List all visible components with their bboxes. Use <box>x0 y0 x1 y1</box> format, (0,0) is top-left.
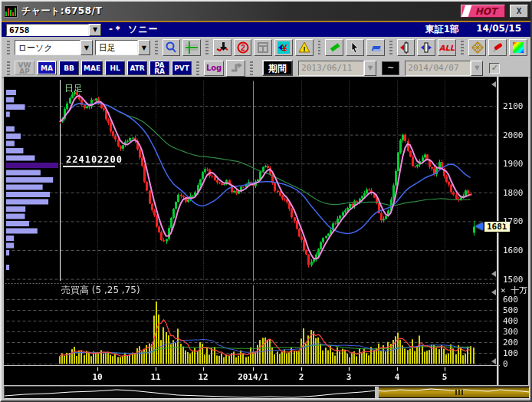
last-price-arrow-icon <box>475 222 483 230</box>
toolbar-grip[interactable] <box>461 41 464 54</box>
toolbar-grip[interactable] <box>155 41 158 54</box>
erase-button[interactable] <box>366 39 385 56</box>
period-value: 日足 <box>95 40 138 55</box>
select-cursor-button[interactable] <box>346 39 364 56</box>
price-update-button[interactable] <box>213 39 232 56</box>
price-tick-label: 1600 <box>503 245 524 255</box>
widen-bars-button[interactable] <box>417 39 435 56</box>
date-to-value[interactable]: 2014/04/07 <box>405 61 471 76</box>
toolbar-grip[interactable] <box>250 61 253 75</box>
eraser-icon <box>369 41 382 54</box>
period-combo[interactable]: 日足 ▼ <box>95 40 150 55</box>
chart-canvas[interactable] <box>4 77 528 385</box>
volume-tick-label: 100 <box>503 348 518 358</box>
alert-button[interactable]: ! <box>295 39 314 56</box>
hot-button[interactable]: HOT <box>461 5 505 18</box>
chart-type-value: ローソク <box>15 40 80 55</box>
range-navigator[interactable] <box>4 386 530 399</box>
quote-date: 14/05/15 <box>476 23 521 36</box>
pane-scale-arrow-icon[interactable] <box>491 289 496 295</box>
indicator-label: PVT <box>174 65 189 71</box>
toolbar-grip[interactable] <box>196 61 199 75</box>
app-chart-icon <box>4 5 18 18</box>
symbol-combo: 6758 ▼ <box>6 24 101 36</box>
volume-tick-label: 200 <box>503 338 518 348</box>
indicator-vwap-button[interactable]: VWAP <box>15 61 34 75</box>
indicator-label: HL <box>110 65 120 71</box>
rainbow-icon <box>512 41 524 54</box>
indicator-mae-button[interactable]: MAE <box>81 61 103 75</box>
show-all-button[interactable]: ALL <box>438 39 456 56</box>
hot-button-label: HOT <box>475 6 497 17</box>
x-axis-month-label: 2014/1 <box>238 372 268 382</box>
toolbar-grip[interactable] <box>318 41 321 54</box>
symbol-input[interactable]: 6758 <box>6 24 89 36</box>
volume-pane-label: 売買高 (5 ,25 ,75) <box>61 284 140 297</box>
net-chart-button[interactable] <box>468 39 487 56</box>
period-dropdown[interactable]: ▼ <box>138 40 150 55</box>
price-tick-label: 2100 <box>503 101 524 111</box>
chart-type-combo[interactable]: ローソク ▼ <box>15 40 93 55</box>
price-tick-label: 1700 <box>503 216 524 226</box>
net-icon <box>471 41 484 54</box>
svg-text:¥: ¥ <box>282 43 287 54</box>
marker-pen-button[interactable] <box>488 39 507 56</box>
date-from-value[interactable]: 2013/06/11 <box>298 61 364 76</box>
zoom-button[interactable] <box>163 39 181 56</box>
date-from-dropdown[interactable]: ▼ <box>364 61 376 76</box>
pane-scale-arrow-icon[interactable] <box>491 271 496 277</box>
pane-period-label: 日足 <box>64 82 83 95</box>
indicator-bb-button[interactable]: BB <box>59 61 79 75</box>
navigator-canvas[interactable] <box>5 387 529 398</box>
market-info: 東証1部 14/05/15 <box>425 23 526 36</box>
color-palette-button[interactable] <box>509 39 527 56</box>
indicator-ma-button[interactable]: MA <box>37 61 57 75</box>
toolbar-grip[interactable] <box>205 41 209 54</box>
date-range-button[interactable]: 期間 <box>262 60 293 76</box>
pane-scale-arrow-icon[interactable] <box>491 358 496 364</box>
pane-scale-arrow-icon[interactable] <box>491 81 496 87</box>
second-axis-button[interactable]: 2 <box>234 39 252 56</box>
indicator-label: MAE <box>84 65 100 71</box>
volume-tick-label: 0 <box>503 359 508 369</box>
title-bar[interactable]: チャート:6758/T HOT X <box>2 2 530 21</box>
crosshair-grid-button[interactable] <box>182 39 201 56</box>
toolbar-grip[interactable] <box>389 41 392 54</box>
widen-candle-icon <box>420 41 432 54</box>
close-button[interactable]: X <box>510 5 528 18</box>
date-to-combo: 2014/04/07 ▼ <box>405 61 483 76</box>
svg-text:!: ! <box>303 45 305 53</box>
indicator-hl-button[interactable]: HL <box>105 61 125 75</box>
window-layout-button[interactable] <box>254 39 272 56</box>
date-to-dropdown[interactable]: ▼ <box>471 61 483 76</box>
narrow-bars-button[interactable] <box>397 39 415 56</box>
chart-area: 日足 224102200 売買高 (5 ,25 ,75) 1681 210020… <box>4 77 528 385</box>
indicator-para-button[interactable]: PARA <box>149 61 169 75</box>
chart-type-dropdown[interactable]: ▼ <box>80 40 93 55</box>
x-axis-month-label: 2 <box>299 372 304 382</box>
warning-icon: ! <box>298 41 310 54</box>
indicator-label: AP <box>19 68 30 74</box>
indicator-atr-button[interactable]: ATR <box>127 61 147 75</box>
x-axis-month-label: 3 <box>346 372 352 382</box>
chart-download-icon <box>216 41 228 54</box>
magnifier-icon <box>165 41 177 54</box>
indicator-label: ATR <box>130 65 144 71</box>
pencil-icon <box>328 41 340 54</box>
indicator-pvt-button[interactable]: PVT <box>172 61 192 75</box>
log-scale-button[interactable]: Log <box>204 61 224 76</box>
x-axis-month-label: 5 <box>442 372 448 382</box>
draw-line-button[interactable] <box>325 39 343 56</box>
yen-board-button[interactable]: ¥ <box>274 39 293 56</box>
vap-value-label: 224102200 <box>66 154 123 165</box>
range-checkbox[interactable]: ✓ <box>489 63 500 74</box>
price-tick-label: 2000 <box>503 130 524 140</box>
toolbar-grip[interactable] <box>7 61 10 75</box>
step-forward-button[interactable] <box>226 60 245 77</box>
toolbar-grip[interactable] <box>7 41 10 54</box>
crosshair-grid-icon <box>186 41 198 54</box>
symbol-dropdown-button[interactable]: ▼ <box>89 24 101 36</box>
toolbar-indicators: VWAP MA BB MAE HL ATR PARA PVT Log 期間 20… <box>2 58 530 78</box>
price-tick-label: 1500 <box>503 275 524 285</box>
toolbar-main: ローソク ▼ 日足 ▼ 2 ¥ ! ALL <box>2 37 530 58</box>
